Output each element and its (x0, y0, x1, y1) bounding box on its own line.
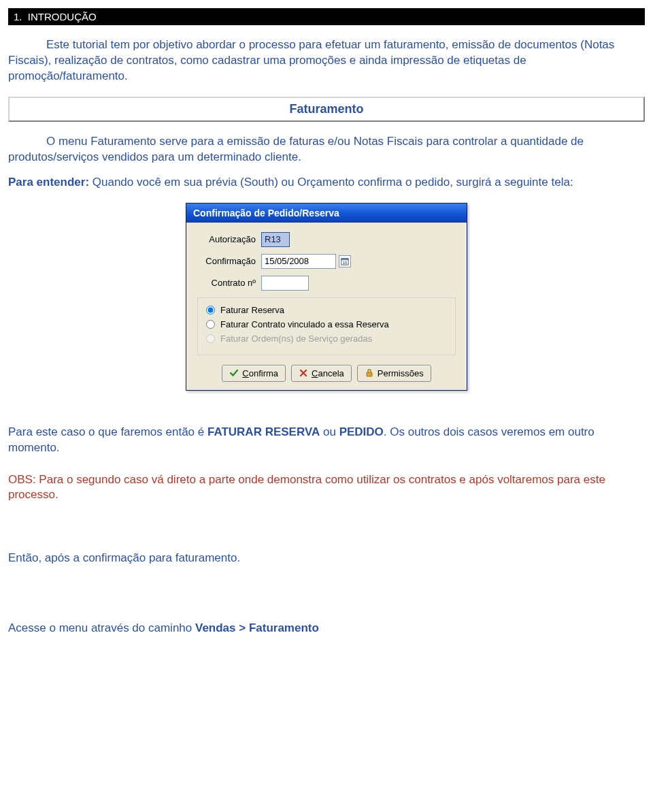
confirma-label: CConfirmaonfirma (242, 368, 278, 378)
access-bold: Vendas > Faturamento (195, 621, 319, 634)
access-pre: Acesse o menu através do caminho (8, 621, 195, 634)
label-contrato: Contrato nº (197, 278, 261, 288)
row-autorizacao: Autorização (197, 232, 456, 247)
entao-paragraph: Então, após a confirmação para faturamen… (8, 551, 645, 566)
after-p1a: Para este caso o que faremos então é (8, 425, 207, 438)
input-autorizacao[interactable] (261, 232, 290, 247)
input-confirmacao[interactable] (261, 254, 336, 269)
row-confirmacao: Confirmação 15 (197, 254, 456, 269)
radio-input-1[interactable] (206, 306, 215, 314)
access-paragraph: Acesse o menu através do caminho Vendas … (8, 621, 645, 636)
dialog-window: Confirmação de Pedido/Reserva Autorizaçã… (186, 203, 467, 391)
faturamento-description: O menu Faturamento serve para a emissão … (8, 134, 645, 165)
check-icon (229, 368, 239, 378)
dialog-body: Autorização Confirmação 15 Contrato nº (186, 223, 467, 390)
radio-group: Faturar Reserva Faturar Contrato vincula… (197, 297, 456, 355)
radio-input-2[interactable] (206, 320, 215, 329)
callout-title: Faturamento (289, 102, 363, 116)
section-header: 1. INTRODUÇÃO (8, 8, 645, 25)
entender-lead: Para entender: (8, 176, 89, 189)
radio-input-3 (206, 334, 215, 343)
dialog-screenshot: Confirmação de Pedido/Reserva Autorizaçã… (8, 203, 645, 391)
radio-faturar-contrato[interactable]: Faturar Contrato vinculado a essa Reserv… (206, 319, 447, 329)
permissoes-label: Permissões (378, 368, 424, 378)
svg-rect-1 (341, 258, 348, 260)
calendar-icon[interactable]: 15 (339, 255, 351, 267)
radio-faturar-reserva[interactable]: Faturar Reserva (206, 305, 447, 315)
dialog-titlebar: Confirmação de Pedido/Reserva (186, 204, 467, 223)
label-autorizacao: Autorização (197, 234, 261, 244)
section-title: INTRODUÇÃO (28, 11, 97, 22)
entender-rest: Quando você em sua prévia (South) ou Orç… (89, 176, 573, 189)
lock-icon (365, 368, 374, 378)
section-number: 1. (14, 11, 22, 22)
permissoes-button[interactable]: Permissões (357, 365, 431, 382)
close-icon (299, 368, 308, 378)
svg-rect-3 (367, 372, 372, 376)
after-mid: ou (320, 425, 339, 438)
cancela-button[interactable]: Cancela (291, 365, 352, 382)
intro-paragraph: Este tutorial tem por objetivo abordar o… (8, 37, 645, 84)
row-contrato: Contrato nº (197, 276, 456, 291)
after-paragraph: Para este caso o que faremos então é FAT… (8, 425, 645, 456)
confirma-button[interactable]: CConfirmaonfirma (222, 365, 286, 382)
radio-label-2: Faturar Contrato vinculado a essa Reserv… (220, 319, 389, 329)
label-confirmacao: Confirmação (197, 256, 261, 266)
radio-label-3: Faturar Ordem(ns) de Serviço geradas (220, 334, 372, 344)
callout-box: Faturamento (8, 97, 645, 122)
svg-text:15: 15 (343, 261, 348, 265)
input-contrato[interactable] (261, 276, 309, 291)
radio-faturar-ordem: Faturar Ordem(ns) de Serviço geradas (206, 334, 447, 344)
obs-paragraph: OBS: Para o segundo caso vá direto a par… (8, 472, 645, 504)
cancela-label: Cancela (312, 368, 344, 378)
after-bold2: PEDIDO (339, 425, 384, 438)
after-bold1: FATURAR RESERVA (207, 425, 320, 438)
radio-label-1: Faturar Reserva (220, 305, 284, 315)
dialog-button-row: CConfirmaonfirma Cancela Permissões (197, 365, 456, 382)
para-entender: Para entender: Quando você em sua prévia… (8, 175, 645, 191)
